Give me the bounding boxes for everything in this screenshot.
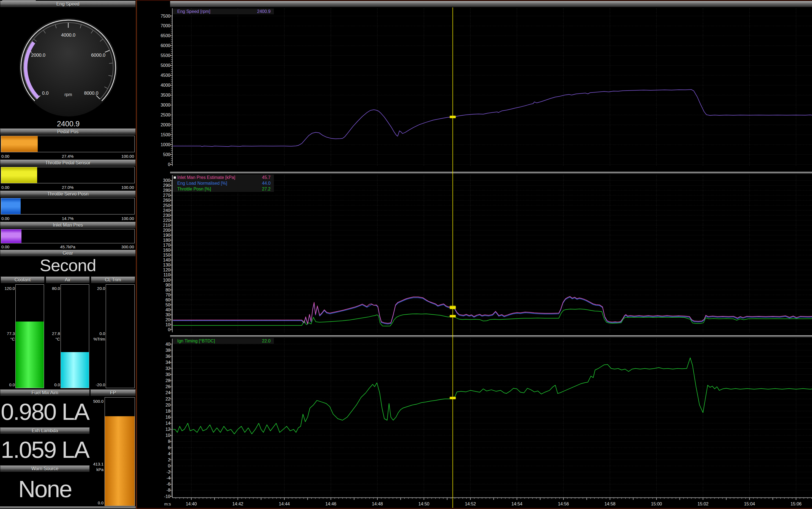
charts-canvas: 0500100015002000250030003500400045005000… [0, 0, 812, 509]
y-tick-label: 140 [163, 258, 170, 262]
chart-ign-timing: -10-8-6-4-202468101214161820222426283032… [164, 339, 812, 499]
series-throttle-posn [173, 309, 812, 326]
y-tick-label: 290 [163, 183, 170, 188]
y-tick-label: 4000 [161, 83, 170, 88]
y-tick-label: 200 [163, 228, 170, 233]
legend-row[interactable]: Inlet Man Pres Estimate [kPa]45.7 [173, 174, 274, 180]
y-tick-label: 280 [163, 188, 170, 193]
y-tick-label: 230 [163, 213, 170, 218]
chart-inlet-load-throttle: 0102030405060708090100110120130140150160… [163, 175, 812, 332]
app-window: Eng Speed 0.02000.04000.06000.08000.0rpm… [0, 0, 812, 509]
y-tick-label: 500 [163, 152, 170, 157]
time-tick-label: 14:46 [325, 502, 337, 506]
legend-channel-label: Ign Timing [°BTDC] [177, 338, 215, 344]
y-tick-label: 180 [163, 238, 170, 242]
y-tick-label: 1000 [161, 142, 170, 147]
legend-channel-value: 2400.9 [257, 8, 271, 14]
y-tick-label: 220 [163, 218, 170, 223]
legend-channel-label: Inlet Man Pres Estimate [kPa] [177, 174, 235, 180]
cursor-marker [450, 397, 456, 399]
time-tick-label: 14:48 [372, 502, 383, 506]
y-tick-label: 4500 [161, 73, 170, 78]
y-tick-label: 100 [163, 278, 170, 282]
y-tick-label: 6500 [161, 33, 170, 38]
y-tick-label: 160 [163, 248, 170, 252]
y-tick-label: 270 [163, 193, 170, 198]
y-tick-label: 2000 [161, 123, 170, 127]
series-eng-speed [173, 90, 812, 146]
time-axis: 14:4014:4214:4414:4614:4814:5014:5214:54… [164, 498, 812, 506]
time-tick-label: 14:54 [511, 502, 522, 506]
time-tick-label: 14:40 [186, 502, 197, 506]
y-tick-label: 7000 [161, 24, 170, 28]
time-tick-label: 15:02 [698, 502, 708, 506]
time-tick-label: 15:06 [790, 502, 802, 506]
legend-channel-label: Eng Speed [rpm] [177, 8, 210, 14]
time-tick-label: 15:04 [744, 502, 755, 506]
time-tick-label: 14:44 [279, 502, 290, 506]
y-tick-label: 7500 [161, 14, 170, 19]
y-tick-label: 120 [163, 268, 170, 272]
y-tick-label: 3500 [161, 93, 170, 97]
cursor-marker [450, 307, 456, 309]
y-tick-label: 190 [163, 233, 170, 238]
y-tick-label: 5500 [161, 53, 170, 58]
legend-row[interactable]: Eng Speed [rpm]2400.9 [173, 8, 274, 14]
legend-inlet-load-throttle[interactable]: Inlet Man Pres Estimate [kPa]45.7Eng Loa… [173, 174, 274, 192]
legend-channel-label: Eng Load Normalised [%] [177, 180, 227, 186]
y-tick-label: 1500 [161, 132, 170, 137]
y-tick-label: 6000 [161, 43, 170, 48]
legend-channel-value: 45.7 [262, 174, 271, 180]
legend-channel-value: 27.2 [262, 186, 271, 192]
y-tick-label: 2500 [161, 112, 170, 117]
cursor-marker [450, 115, 456, 118]
legend-row[interactable]: Ign Timing [°BTDC]22.0 [173, 338, 274, 344]
cursor-marker [450, 315, 456, 317]
time-tick-label: 14:58 [604, 502, 615, 506]
y-tick-label: 150 [163, 253, 170, 258]
legend-channel-value: 22.0 [262, 338, 271, 344]
legend-row[interactable]: Throttle Posn [%]27.2 [173, 186, 274, 192]
y-tick-label: 240 [163, 208, 170, 213]
chart-eng-speed: 0500100015002000250030003500400045005000… [161, 8, 812, 167]
time-tick-label: 15:00 [651, 502, 662, 506]
legend-row[interactable]: Eng Load Normalised [%]44.0 [173, 180, 274, 186]
legend-eng-speed[interactable]: Eng Speed [rpm]2400.9 [173, 8, 274, 14]
y-tick-label: -10 [164, 494, 170, 499]
legend-channel-value: 44.0 [262, 180, 271, 186]
time-axis-unit: m:s [164, 502, 171, 506]
y-tick-label: 260 [163, 198, 170, 203]
legend-channel-label: Throttle Posn [%] [177, 186, 211, 192]
y-tick-label: 130 [163, 263, 170, 267]
time-tick-label: 14:52 [465, 502, 476, 506]
selected-channel-bullet [174, 176, 176, 179]
time-tick-label: 14:42 [232, 502, 243, 506]
y-tick-label: 3000 [161, 103, 170, 107]
time-tick-label: 14:56 [558, 502, 569, 506]
y-tick-label: 210 [163, 223, 170, 228]
y-tick-label: 110 [163, 273, 170, 277]
y-tick-label: 170 [163, 243, 170, 247]
y-tick-label: 250 [163, 203, 170, 208]
legend-ign-timing[interactable]: Ign Timing [°BTDC]22.0 [173, 338, 274, 344]
series-ign-timing [173, 358, 812, 434]
time-tick-label: 14:50 [418, 502, 429, 506]
y-tick-label: 5000 [161, 63, 170, 68]
y-tick-label: 300 [163, 178, 170, 183]
